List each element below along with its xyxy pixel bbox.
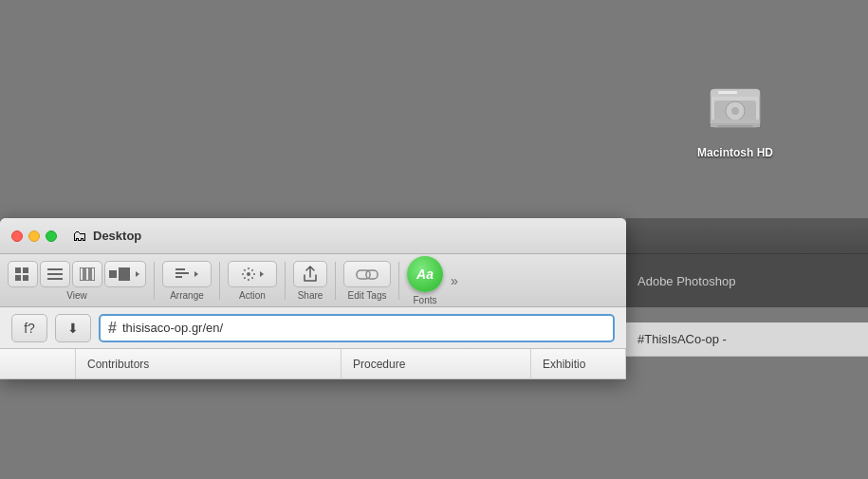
svg-rect-7 [717, 125, 753, 127]
th-exhibition: Exhibitio [543, 358, 585, 371]
icon-view-button[interactable] [8, 261, 38, 287]
share-label: Share [298, 290, 323, 301]
svg-rect-26 [366, 270, 378, 279]
svg-rect-19 [109, 270, 117, 278]
sep4 [335, 262, 336, 300]
minimize-button[interactable] [28, 230, 40, 242]
hash-icon: # [108, 320, 117, 337]
gallery-view-button[interactable] [104, 261, 146, 287]
adobe-toolbar-title: Adobe Photoshop [637, 274, 735, 288]
desktop: Macintosh HD Adobe Photoshop #ThisIsACo-… [0, 0, 868, 479]
list-view-button[interactable] [40, 261, 70, 287]
more-button[interactable]: » [447, 269, 462, 292]
sep3 [285, 262, 286, 300]
window-controls [11, 230, 57, 242]
svg-point-24 [247, 272, 250, 276]
svg-rect-15 [47, 278, 63, 280]
svg-rect-22 [175, 272, 189, 274]
svg-rect-11 [15, 275, 21, 281]
hashtag-panel: #ThisIsACo-op - [626, 322, 868, 357]
window-title: Desktop [93, 229, 141, 243]
edit-tags-group: Edit Tags [343, 261, 391, 301]
share-button[interactable] [293, 261, 327, 287]
th-contributors: Contributors [87, 358, 149, 371]
folder-icon: 🗂 [72, 228, 87, 245]
action-group: Action [228, 261, 277, 301]
maximize-button[interactable] [46, 230, 57, 242]
search-field[interactable]: # thisisaco-op.gr/en/ [99, 314, 615, 342]
edit-tags-label: Edit Tags [348, 290, 387, 301]
close-button[interactable] [11, 230, 23, 242]
column-view-button[interactable] [72, 261, 102, 287]
svg-rect-23 [175, 276, 182, 278]
svg-rect-8 [718, 91, 737, 94]
svg-rect-5 [711, 120, 760, 123]
svg-rect-18 [91, 267, 95, 281]
adobe-titlebar [626, 218, 868, 254]
arrange-button[interactable] [162, 261, 212, 287]
view-label: View [66, 290, 87, 301]
hashtag-text: #ThisIsACo-op - [637, 332, 727, 346]
sep5 [398, 262, 399, 300]
func2-button[interactable]: ⬇ [55, 314, 91, 342]
adobe-toolbar: Adobe Photoshop [626, 254, 868, 307]
svg-rect-21 [175, 268, 185, 270]
th-col4[interactable]: Exhibitio [531, 349, 626, 378]
func2-label: ⬇ [67, 321, 79, 336]
fonts-button[interactable]: Aa [407, 256, 443, 292]
sep2 [219, 262, 220, 300]
th-col1 [0, 349, 76, 378]
title-bar: 🗂 Desktop [0, 218, 626, 254]
th-procedure: Procedure [353, 358, 405, 371]
hd-label: Macintosh HD [697, 146, 773, 159]
svg-rect-9 [15, 267, 21, 273]
svg-rect-17 [85, 267, 89, 281]
table-headers: Contributors Procedure Exhibitio [0, 349, 626, 379]
svg-rect-10 [23, 267, 28, 273]
th-col2[interactable]: Contributors [76, 349, 342, 378]
fonts-group: Aa Fonts [407, 256, 443, 305]
func1-label: f? [24, 321, 35, 336]
th-col3[interactable]: Procedure [342, 349, 531, 378]
sep1 [154, 262, 155, 300]
search-url: thisisaco-op.gr/en/ [122, 321, 223, 335]
svg-rect-12 [23, 275, 28, 281]
svg-point-4 [731, 107, 739, 115]
fonts-label: Fonts [413, 295, 436, 305]
svg-rect-14 [47, 273, 63, 275]
finder-window: 🗂 Desktop [0, 218, 626, 379]
svg-rect-16 [80, 267, 83, 281]
share-group: Share [293, 261, 327, 301]
func1-button[interactable]: f? [11, 314, 47, 342]
toolbar: View Arrange [0, 254, 626, 307]
svg-rect-20 [119, 267, 130, 281]
action-button[interactable] [228, 261, 277, 287]
search-bar-row: f? ⬇ # thisisaco-op.gr/en/ [0, 307, 626, 349]
fonts-button-text: Aa [416, 267, 434, 282]
view-btn-row [8, 261, 146, 287]
arrange-group: Arrange [162, 261, 212, 301]
arrange-label: Arrange [170, 290, 204, 301]
hd-drive-icon [703, 76, 767, 140]
hd-icon[interactable]: Macintosh HD [697, 76, 773, 159]
edit-tags-button[interactable] [343, 261, 391, 287]
svg-rect-13 [47, 268, 63, 270]
action-label: Action [239, 290, 266, 301]
view-group: View [8, 261, 146, 301]
